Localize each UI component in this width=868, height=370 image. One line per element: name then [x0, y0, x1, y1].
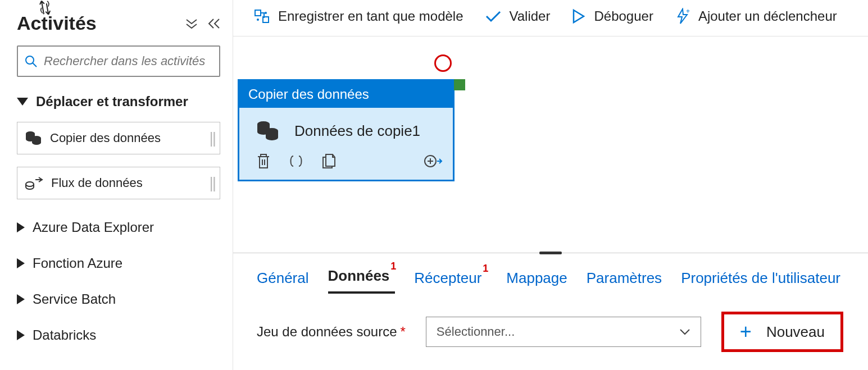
chevron-down-icon	[17, 98, 28, 106]
node-output-port[interactable]	[454, 79, 465, 90]
validate-button[interactable]: Valider	[485, 8, 551, 24]
drag-grip-icon: ||	[209, 174, 215, 192]
svg-line-1	[33, 63, 37, 67]
chevron-right-icon	[17, 258, 25, 268]
svg-point-7	[257, 19, 259, 21]
svg-rect-5	[255, 10, 261, 16]
new-dataset-button[interactable]: + Nouveau	[721, 312, 843, 352]
add-trigger-button[interactable]: + Ajouter un déclencheur	[675, 8, 837, 25]
database-copy-icon	[25, 131, 42, 145]
activities-sidebar: Activités Déplacer et transformer	[0, 0, 233, 370]
pane-resize-handle[interactable]	[539, 252, 562, 254]
badge-count: 1	[390, 261, 396, 272]
category-azure-function[interactable]: Fonction Azure	[17, 255, 220, 271]
activity-data-flow[interactable]: Flux de données ||	[17, 167, 220, 199]
search-icon	[25, 55, 37, 67]
chevron-right-icon	[17, 294, 25, 304]
pipeline-toolbar: Enregistrer en tant que modèle Valider D…	[233, 0, 868, 36]
copy-data-node[interactable]: Copier des données Données de copie1	[238, 79, 455, 181]
main-pane: Enregistrer en tant que modèle Valider D…	[233, 0, 868, 370]
node-header: Copier des données	[239, 81, 453, 108]
chevron-right-icon	[17, 222, 25, 232]
badge-count: 1	[483, 263, 488, 274]
debug-button[interactable]: Déboguer	[571, 8, 653, 24]
dataflow-icon	[25, 176, 43, 190]
tab-settings[interactable]: Paramètres	[587, 269, 662, 294]
play-icon	[571, 8, 586, 24]
cursor-icon	[38, 0, 57, 17]
properties-pane: Général Données1 Récepteur1 Mappage Para…	[233, 253, 868, 370]
tab-sink[interactable]: Récepteur1	[414, 268, 487, 294]
activity-search[interactable]	[17, 45, 220, 77]
category-batch-service[interactable]: Service Batch	[17, 291, 220, 307]
tab-user-properties[interactable]: Propriétés de l'utilisateur	[681, 269, 840, 294]
properties-tabs: Général Données1 Récepteur1 Mappage Para…	[233, 256, 868, 294]
database-copy-icon	[256, 120, 280, 141]
section-move-transform[interactable]: Déplacer et transformer	[17, 94, 220, 109]
chevron-right-icon	[17, 330, 25, 340]
expand-all-icon[interactable]	[185, 19, 198, 29]
tab-source[interactable]: Données1	[328, 266, 396, 294]
tab-mapping[interactable]: Mappage	[506, 269, 567, 294]
validation-error-indicator[interactable]	[434, 54, 452, 72]
clone-icon[interactable]	[321, 153, 337, 170]
pipeline-canvas[interactable]: Copier des données Données de copie1	[233, 36, 868, 253]
svg-point-8	[265, 12, 267, 14]
sidebar-title: Activités	[17, 12, 97, 34]
template-icon	[253, 8, 270, 24]
checkmark-icon	[485, 10, 502, 23]
activity-copy-data[interactable]: Copier des données ||	[17, 122, 220, 154]
svg-point-4	[26, 182, 34, 186]
code-icon[interactable]	[288, 153, 305, 169]
search-input[interactable]	[43, 53, 212, 69]
chevron-down-icon	[679, 328, 690, 336]
svg-text:+: +	[686, 8, 690, 15]
source-dataset-label: Jeu de données source*	[257, 324, 406, 340]
plus-icon: +	[740, 320, 752, 344]
category-azure-data-explorer[interactable]: Azure Data Explorer	[17, 220, 220, 235]
source-dataset-select[interactable]: Sélectionner...	[426, 317, 701, 347]
node-title: Données de copie1	[294, 122, 420, 140]
trigger-icon: +	[675, 8, 690, 25]
delete-icon[interactable]	[256, 153, 271, 170]
category-databricks[interactable]: Databricks	[17, 327, 220, 343]
svg-point-0	[26, 56, 34, 64]
collapse-panel-icon[interactable]	[208, 18, 220, 29]
save-as-template-button[interactable]: Enregistrer en tant que modèle	[253, 8, 463, 24]
drag-grip-icon: ||	[209, 129, 215, 147]
add-output-icon[interactable]	[424, 153, 443, 169]
tab-general[interactable]: Général	[257, 269, 309, 294]
